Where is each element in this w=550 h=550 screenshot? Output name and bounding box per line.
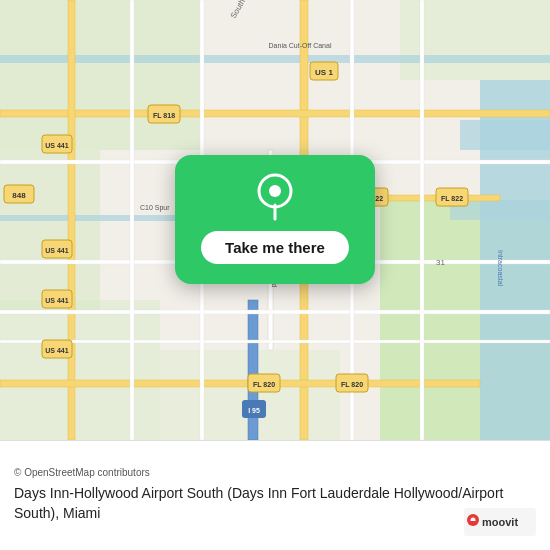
svg-text:US 441: US 441 bbox=[45, 347, 68, 354]
svg-text:moovit: moovit bbox=[482, 516, 518, 528]
svg-point-60 bbox=[269, 185, 281, 197]
svg-text:FL 818: FL 818 bbox=[153, 112, 175, 119]
svg-text:848: 848 bbox=[12, 191, 26, 200]
svg-text:US 441: US 441 bbox=[45, 297, 68, 304]
location-name: Days Inn-Hollywood Airport South (Days I… bbox=[14, 484, 536, 523]
svg-text:US 441: US 441 bbox=[45, 142, 68, 149]
svg-text:US 1: US 1 bbox=[315, 68, 333, 77]
svg-rect-26 bbox=[420, 0, 424, 440]
svg-rect-14 bbox=[68, 0, 75, 440]
svg-rect-23 bbox=[130, 0, 134, 440]
svg-text:FL 820: FL 820 bbox=[341, 381, 363, 388]
svg-text:C10 Spur: C10 Spur bbox=[140, 204, 170, 212]
svg-rect-16 bbox=[0, 380, 480, 387]
svg-rect-13 bbox=[0, 110, 550, 117]
svg-text:Dania Cut-Off Canal: Dania Cut-Off Canal bbox=[269, 42, 332, 49]
svg-text:US 441: US 441 bbox=[45, 247, 68, 254]
svg-rect-22 bbox=[0, 340, 550, 343]
map-attribution: © OpenStreetMap contributors bbox=[14, 467, 536, 478]
moovit-badge: moovit bbox=[464, 508, 536, 536]
svg-text:31: 31 bbox=[436, 258, 445, 267]
cta-card: Take me there bbox=[175, 155, 375, 284]
svg-rect-5 bbox=[0, 300, 160, 440]
svg-rect-8 bbox=[460, 120, 550, 150]
svg-text:Intracoastal: Intracoastal bbox=[497, 250, 504, 287]
moovit-logo: moovit bbox=[464, 508, 536, 536]
svg-text:FL 822: FL 822 bbox=[441, 195, 463, 202]
svg-text:I 95: I 95 bbox=[248, 407, 260, 414]
svg-text:FL 820: FL 820 bbox=[253, 381, 275, 388]
map-view: US 1 US 1 FL 818 US 441 US 441 US 441 US… bbox=[0, 0, 550, 440]
take-me-there-button[interactable]: Take me there bbox=[201, 231, 349, 264]
svg-rect-1 bbox=[0, 0, 200, 150]
svg-rect-10 bbox=[0, 55, 550, 63]
info-panel: © OpenStreetMap contributors Days Inn-Ho… bbox=[0, 440, 550, 550]
svg-rect-17 bbox=[248, 300, 258, 440]
location-pin-icon bbox=[250, 171, 300, 221]
svg-rect-2 bbox=[0, 150, 100, 310]
svg-rect-21 bbox=[0, 310, 550, 314]
